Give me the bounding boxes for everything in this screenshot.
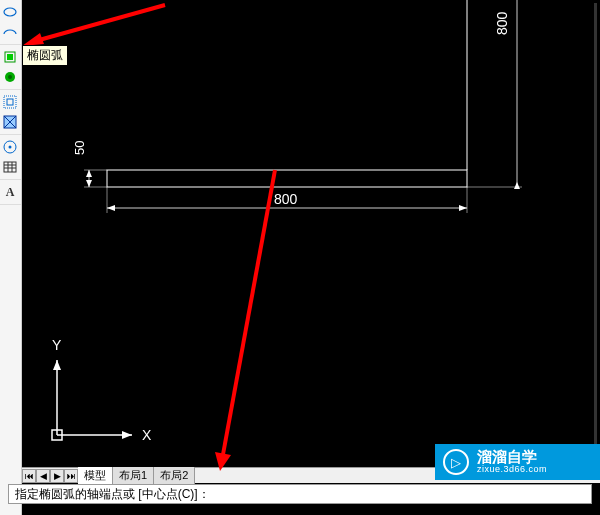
watermark-url: zixue.3d66.com xyxy=(477,465,547,475)
boundary-tool[interactable] xyxy=(0,112,20,132)
hatch-tool[interactable] xyxy=(0,67,20,87)
annotation-arrow-2 xyxy=(160,165,280,475)
tab-nav-prev[interactable]: ◀ xyxy=(36,469,50,483)
tab-layout1[interactable]: 布局1 xyxy=(113,467,154,484)
axis-x-label: X xyxy=(142,427,152,443)
text-tool[interactable]: A xyxy=(0,182,20,202)
command-line[interactable]: 指定椭圆弧的轴端点或 [中心点(C)]： xyxy=(8,484,592,504)
svg-point-0 xyxy=(4,8,16,16)
svg-marker-26 xyxy=(86,180,92,187)
svg-line-39 xyxy=(222,170,275,460)
svg-marker-33 xyxy=(122,431,132,439)
command-prompt: 指定椭圆弧的轴端点或 [中心点(C)]： xyxy=(15,486,210,503)
ellipse-tool[interactable] xyxy=(0,2,20,22)
vertical-scrollbar[interactable] xyxy=(594,3,597,465)
table-tool[interactable] xyxy=(0,157,20,177)
watermark: ▷ 溜溜自学 zixue.3d66.com xyxy=(435,444,600,480)
drawing-canvas[interactable]: 800 50 800 X xyxy=(22,0,600,515)
tool-tooltip: 椭圆弧 xyxy=(22,45,68,66)
tab-nav-last[interactable]: ⏭ xyxy=(64,469,78,483)
svg-rect-5 xyxy=(4,96,16,108)
svg-marker-30 xyxy=(107,205,115,211)
point-tool[interactable] xyxy=(0,137,20,157)
block-tool[interactable] xyxy=(0,47,20,67)
tab-nav-first[interactable]: ⏮ xyxy=(22,469,36,483)
svg-rect-6 xyxy=(7,99,13,105)
svg-marker-40 xyxy=(215,452,231,471)
tab-model[interactable]: 模型 xyxy=(78,467,113,484)
svg-point-4 xyxy=(8,75,12,79)
tab-nav-next[interactable]: ▶ xyxy=(50,469,64,483)
axis-y-label: Y xyxy=(52,337,62,353)
svg-rect-12 xyxy=(4,162,16,172)
draw-toolbar: A xyxy=(0,0,22,515)
annotation-arrow-1 xyxy=(20,0,170,50)
ellipse-arc-tool[interactable] xyxy=(0,22,20,42)
svg-marker-20 xyxy=(514,182,520,189)
watermark-logo-icon: ▷ xyxy=(443,449,469,475)
dim-vertical-label: 800 xyxy=(494,11,510,35)
svg-marker-35 xyxy=(53,360,61,370)
svg-rect-2 xyxy=(7,54,13,60)
watermark-title: 溜溜自学 xyxy=(477,449,547,466)
region-tool[interactable] xyxy=(0,92,20,112)
svg-line-37 xyxy=(32,5,165,42)
dim-height-label: 50 xyxy=(72,141,87,155)
svg-point-11 xyxy=(9,146,12,149)
svg-marker-31 xyxy=(459,205,467,211)
svg-marker-25 xyxy=(86,170,92,177)
